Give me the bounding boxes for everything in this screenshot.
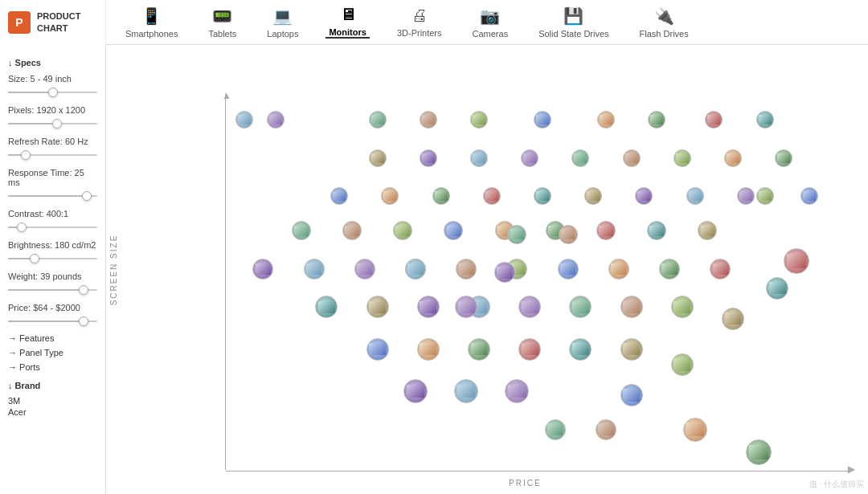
product-dot[interactable] <box>756 111 774 129</box>
slider-thumb[interactable] <box>79 285 88 295</box>
slider-thumb[interactable] <box>82 191 92 201</box>
slider-thumb[interactable] <box>48 88 58 97</box>
slider[interactable] <box>8 86 97 99</box>
product-dot[interactable] <box>393 221 412 240</box>
sidebar-link-panel-type[interactable]: Panel Type <box>8 345 97 360</box>
product-dot[interactable] <box>620 384 643 406</box>
sidebar-link-features[interactable]: Features <box>8 331 97 345</box>
product-dot[interactable] <box>569 296 592 318</box>
nav-item-cameras[interactable]: 📷Cameras <box>469 6 512 39</box>
product-dot[interactable] <box>608 259 629 280</box>
slider[interactable] <box>8 190 97 202</box>
product-dot[interactable] <box>722 308 744 330</box>
slider-thumb[interactable] <box>52 119 62 129</box>
product-dot[interactable] <box>756 187 774 205</box>
product-dot[interactable] <box>597 111 615 129</box>
product-dot[interactable] <box>521 149 538 167</box>
product-dot[interactable] <box>494 262 515 283</box>
product-dot[interactable] <box>405 259 426 280</box>
product-dot[interactable] <box>671 353 694 376</box>
product-dot[interactable] <box>737 187 755 205</box>
brand-section[interactable]: Brand <box>8 381 97 390</box>
product-dot[interactable] <box>432 187 450 205</box>
product-dot[interactable] <box>470 149 488 167</box>
product-dot[interactable] <box>342 221 362 240</box>
product-dot[interactable] <box>366 296 389 318</box>
product-dot[interactable] <box>417 338 440 361</box>
product-dot[interactable] <box>420 149 437 167</box>
product-dot[interactable] <box>420 111 437 129</box>
product-dot[interactable] <box>620 296 643 318</box>
slider[interactable] <box>8 315 97 328</box>
nav-item-flash-drives[interactable]: 🔌Flash Drives <box>637 6 692 39</box>
product-dot[interactable] <box>635 187 653 205</box>
sidebar-link-ports[interactable]: Ports <box>8 360 97 374</box>
product-dot[interactable] <box>683 418 707 442</box>
product-dot[interactable] <box>596 419 616 440</box>
product-dot[interactable] <box>417 296 440 318</box>
slider[interactable] <box>8 117 97 130</box>
product-dot[interactable] <box>454 379 478 403</box>
product-dot[interactable] <box>403 379 428 403</box>
product-dot[interactable] <box>354 259 375 280</box>
product-dot[interactable] <box>710 259 731 280</box>
product-dot[interactable] <box>455 296 477 318</box>
product-dot[interactable] <box>534 187 551 205</box>
product-dot[interactable] <box>468 338 490 361</box>
product-dot[interactable] <box>366 338 389 361</box>
nav-item-smartphones[interactable]: 📱Smartphones <box>122 6 181 39</box>
product-dot[interactable] <box>784 248 809 274</box>
product-dot[interactable] <box>444 221 463 240</box>
product-dot[interactable] <box>766 277 788 300</box>
slider-thumb[interactable] <box>79 316 88 326</box>
nav-item-monitors[interactable]: 🖥Monitors <box>326 6 369 39</box>
product-dot[interactable] <box>505 379 529 403</box>
product-dot[interactable] <box>518 338 541 361</box>
product-dot[interactable] <box>558 259 579 280</box>
product-dot[interactable] <box>671 296 694 318</box>
product-dot[interactable] <box>674 149 691 167</box>
slider[interactable] <box>8 149 97 161</box>
product-dot[interactable] <box>705 111 723 129</box>
product-dot[interactable] <box>267 111 285 129</box>
product-dot[interactable] <box>369 111 387 129</box>
slider[interactable] <box>8 252 97 265</box>
product-dot[interactable] <box>304 259 325 280</box>
nav-item-solid-state-drives[interactable]: 💾Solid State Drives <box>535 6 612 39</box>
product-dot[interactable] <box>470 111 488 129</box>
product-dot[interactable] <box>647 221 666 240</box>
product-dot[interactable] <box>648 111 665 129</box>
slider-thumb[interactable] <box>30 254 39 263</box>
product-dot[interactable] <box>252 259 273 280</box>
nav-item-tablets[interactable]: 📟Tablets <box>205 6 240 39</box>
product-dot[interactable] <box>330 187 348 205</box>
nav-item-3d-printers[interactable]: 🖨3D-Printers <box>394 6 445 38</box>
product-dot[interactable] <box>623 149 641 167</box>
product-dot[interactable] <box>620 338 643 361</box>
product-dot[interactable] <box>571 149 589 167</box>
slider[interactable] <box>8 284 97 296</box>
product-dot[interactable] <box>381 187 399 205</box>
specs-section[interactable]: Specs <box>8 58 97 67</box>
product-dot[interactable] <box>584 187 602 205</box>
product-dot[interactable] <box>596 221 616 240</box>
product-dot[interactable] <box>698 221 717 240</box>
slider-thumb[interactable] <box>21 150 31 160</box>
product-dot[interactable] <box>483 187 501 205</box>
slider[interactable] <box>8 221 97 234</box>
product-dot[interactable] <box>800 187 818 205</box>
product-dot[interactable] <box>724 149 742 167</box>
product-dot[interactable] <box>569 338 592 361</box>
product-dot[interactable] <box>507 225 526 244</box>
product-dot[interactable] <box>292 221 311 240</box>
product-dot[interactable] <box>534 111 551 129</box>
product-dot[interactable] <box>456 259 477 280</box>
product-dot[interactable] <box>686 187 704 205</box>
product-dot[interactable] <box>559 225 578 244</box>
product-dot[interactable] <box>746 439 772 465</box>
product-dot[interactable] <box>518 296 541 318</box>
product-dot[interactable] <box>545 419 566 440</box>
product-dot[interactable] <box>659 259 680 280</box>
slider-thumb[interactable] <box>17 223 27 232</box>
product-dot[interactable] <box>369 149 387 167</box>
